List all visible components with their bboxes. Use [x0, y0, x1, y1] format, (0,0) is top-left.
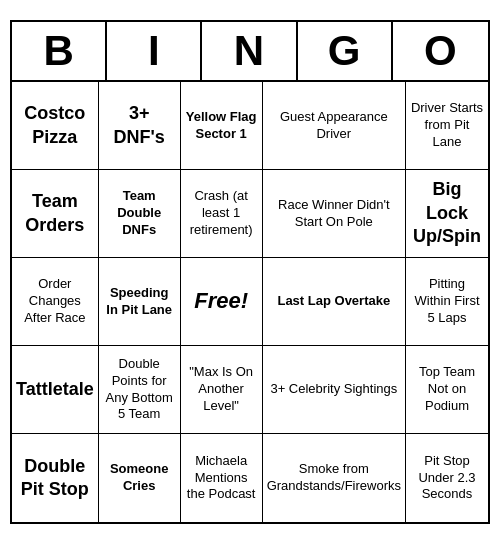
- bingo-cell-19: Top Team Not on Podium: [406, 346, 488, 434]
- bingo-letter-g: G: [298, 22, 393, 80]
- bingo-cell-17: "Max Is On Another Level": [181, 346, 263, 434]
- bingo-cell-22: Michaela Mentions the Podcast: [181, 434, 263, 522]
- bingo-cell-10: Order Changes After Race: [12, 258, 99, 346]
- bingo-cell-11: Speeding In Pit Lane: [99, 258, 181, 346]
- bingo-cell-15: Tattletale: [12, 346, 99, 434]
- bingo-cell-1: 3+ DNF's: [99, 82, 181, 170]
- bingo-cell-0: Costco Pizza: [12, 82, 99, 170]
- bingo-cell-5: Team Orders: [12, 170, 99, 258]
- bingo-header: BINGO: [12, 22, 488, 82]
- bingo-cell-20: Double Pit Stop: [12, 434, 99, 522]
- bingo-cell-23: Smoke from Grandstands/Fireworks: [263, 434, 406, 522]
- bingo-letter-o: O: [393, 22, 488, 80]
- bingo-cell-12: Free!: [181, 258, 263, 346]
- bingo-cell-18: 3+ Celebrity Sightings: [263, 346, 406, 434]
- bingo-cell-8: Race Winner Didn't Start On Pole: [263, 170, 406, 258]
- bingo-cell-3: Guest Appearance Driver: [263, 82, 406, 170]
- bingo-cell-24: Pit Stop Under 2.3 Seconds: [406, 434, 488, 522]
- bingo-card: BINGO Costco Pizza3+ DNF'sYellow Flag Se…: [10, 20, 490, 524]
- bingo-cell-9: Big Lock Up/Spin: [406, 170, 488, 258]
- bingo-cell-13: Last Lap Overtake: [263, 258, 406, 346]
- bingo-cell-21: Someone Cries: [99, 434, 181, 522]
- bingo-grid: Costco Pizza3+ DNF'sYellow Flag Sector 1…: [12, 82, 488, 522]
- bingo-cell-6: Team Double DNFs: [99, 170, 181, 258]
- bingo-cell-4: Driver Starts from Pit Lane: [406, 82, 488, 170]
- bingo-cell-2: Yellow Flag Sector 1: [181, 82, 263, 170]
- bingo-cell-7: Crash (at least 1 retirement): [181, 170, 263, 258]
- bingo-letter-b: B: [12, 22, 107, 80]
- bingo-cell-14: Pitting Within First 5 Laps: [406, 258, 488, 346]
- bingo-letter-i: I: [107, 22, 202, 80]
- bingo-cell-16: Double Points for Any Bottom 5 Team: [99, 346, 181, 434]
- bingo-letter-n: N: [202, 22, 297, 80]
